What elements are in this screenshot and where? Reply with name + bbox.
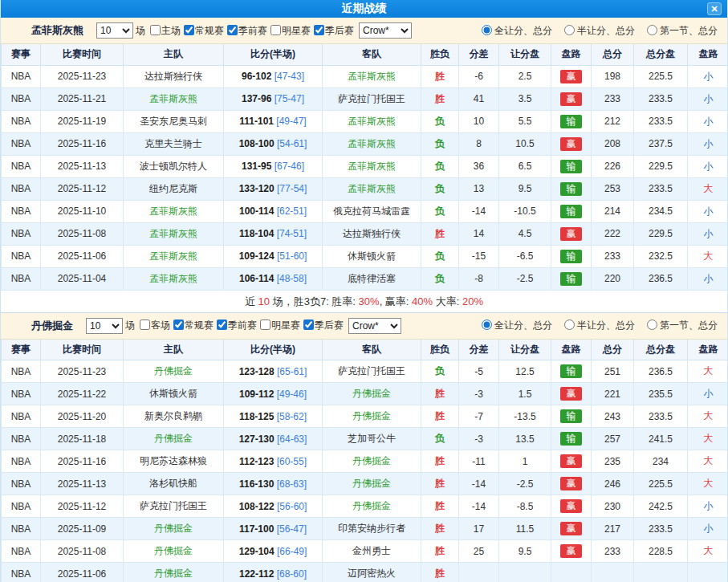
cell-home-team: 洛杉矶快船 bbox=[124, 473, 224, 495]
cell-handicap-result: 输 bbox=[551, 245, 592, 267]
view-radio-全让分、总分[interactable]: 全让分、总分 bbox=[482, 25, 552, 36]
view-radio-全让分、总分[interactable]: 全让分、总分 bbox=[482, 319, 552, 331]
cell-result: 胜 bbox=[421, 473, 459, 495]
checkbox-input[interactable] bbox=[217, 319, 227, 330]
view-radio-半让分、总分[interactable]: 半让分、总分 bbox=[564, 25, 635, 36]
odds-view-radio-group: 全让分、总分半让分、总分第一节、总分 bbox=[470, 319, 718, 332]
games-count-select[interactable]: 10 bbox=[96, 22, 133, 39]
filter-checkbox-季前赛[interactable]: 季前赛 bbox=[225, 25, 267, 36]
cell-point-diff: -14 bbox=[459, 495, 499, 518]
cell-total-line: 236.5 bbox=[634, 360, 688, 383]
checkbox-input[interactable] bbox=[314, 25, 324, 35]
filter-checkbox-季后赛[interactable]: 季后赛 bbox=[301, 319, 344, 331]
view-radio-第一节、总分[interactable]: 第一节、总分 bbox=[647, 319, 718, 331]
home-team-name: 孟菲斯灰熊 bbox=[149, 206, 197, 217]
checkbox-input[interactable] bbox=[173, 319, 184, 330]
total-result-text: 小 bbox=[704, 138, 714, 149]
cell-league: NBA bbox=[2, 222, 41, 245]
summary-segment: 场，胜3负7: 胜率: bbox=[270, 295, 359, 307]
section-grizzlies: 孟菲斯灰熊 10 场 主场常规赛季前赛明星赛季后赛 Crow* 全让分、总分半让… bbox=[1, 18, 727, 313]
cell-total-line: 225.5 bbox=[634, 473, 688, 495]
panel-title: 近期战绩 bbox=[342, 2, 387, 16]
cell-score: 109-112 [49-46] bbox=[224, 383, 323, 405]
cell-result: 胜 bbox=[421, 495, 459, 518]
cell-away-team: 丹佛掘金 bbox=[323, 473, 421, 495]
checkbox-input[interactable] bbox=[227, 25, 238, 35]
column-header: 比赛时间 bbox=[41, 44, 124, 65]
radio-input[interactable] bbox=[647, 319, 657, 330]
checkbox-input[interactable] bbox=[270, 25, 281, 35]
cell-total-points: 217 bbox=[592, 518, 634, 540]
cell-handicap-result: 输 bbox=[551, 200, 592, 222]
column-header: 胜负 bbox=[421, 340, 459, 360]
away-team-name: 达拉斯独行侠 bbox=[343, 228, 401, 239]
source-select[interactable]: Crow* bbox=[348, 318, 401, 334]
radio-input[interactable] bbox=[564, 25, 575, 35]
column-header: 比分(半场) bbox=[224, 44, 323, 65]
cell-away-team: 孟菲斯灰熊 bbox=[323, 155, 421, 177]
cell-league: NBA bbox=[2, 360, 41, 383]
radio-input[interactable] bbox=[647, 25, 657, 35]
source-select[interactable]: Crow* bbox=[359, 22, 412, 39]
cell-league: NBA bbox=[2, 177, 41, 200]
filter-checkbox-客场[interactable]: 客场 bbox=[137, 319, 170, 331]
cell-total-line: 232.5 bbox=[634, 245, 688, 267]
filter-checkbox-明星赛[interactable]: 明星赛 bbox=[258, 319, 300, 331]
half-score: [68-63] bbox=[277, 478, 307, 490]
cell-result: 胜 bbox=[421, 450, 459, 473]
filter-checkbox-常规赛[interactable]: 常规赛 bbox=[171, 319, 214, 331]
recent-results-panel: 近期战绩 ✕ 孟菲斯灰熊 10 场 主场常规赛季前赛明星赛季后赛 Crow* 全… bbox=[0, 0, 728, 582]
filter-checkbox-常规赛[interactable]: 常规赛 bbox=[181, 25, 224, 36]
cell-home-team: 波士顿凯尔特人 bbox=[124, 155, 224, 177]
half-score: [62-51] bbox=[277, 206, 307, 217]
cell-point-diff: 14 bbox=[459, 222, 499, 245]
cell-handicap-line: 5.5 bbox=[499, 110, 551, 132]
cell-point-diff: 13 bbox=[459, 177, 499, 200]
cell-score: 118-125 [58-62] bbox=[224, 405, 323, 428]
checkbox-input[interactable] bbox=[140, 319, 150, 330]
cell-point-diff bbox=[459, 563, 499, 582]
cell-home-team: 孟菲斯灰熊 bbox=[124, 245, 224, 267]
half-score: [60-55] bbox=[277, 456, 307, 467]
column-header: 让分盘 bbox=[499, 340, 551, 360]
filter-checkbox-主场[interactable]: 主场 bbox=[148, 25, 181, 36]
cell-away-team: 丹佛掘金 bbox=[323, 405, 421, 428]
checkbox-input[interactable] bbox=[184, 25, 194, 35]
radio-input[interactable] bbox=[564, 319, 575, 330]
cell-score: 108-100 [54-61] bbox=[224, 132, 323, 155]
cell-total-points: 233 bbox=[592, 245, 634, 267]
full-score: 111-101 bbox=[239, 116, 274, 127]
checkbox-input[interactable] bbox=[303, 319, 314, 330]
game-row: NBA2025-11-04孟菲斯灰熊106-114 [48-58]底特律活塞负-… bbox=[2, 267, 728, 290]
cell-result: 负 bbox=[421, 200, 459, 222]
full-score: 127-130 bbox=[239, 433, 275, 445]
away-team-name: 丹佛掘金 bbox=[352, 388, 391, 399]
close-icon: ✕ bbox=[710, 4, 718, 14]
filter-checkbox-季后赛[interactable]: 季后赛 bbox=[311, 25, 354, 36]
game-type-checkbox-group: 主场常规赛季前赛明星赛季后赛 bbox=[148, 24, 355, 38]
summary-segment: 30% bbox=[359, 295, 380, 307]
close-button[interactable]: ✕ bbox=[707, 2, 722, 15]
away-team-name: 芝加哥公牛 bbox=[348, 433, 396, 444]
cell-handicap-result: 输 bbox=[551, 360, 592, 383]
cell-handicap-line: 9.5 bbox=[499, 177, 551, 200]
cell-total-line: 234.5 bbox=[634, 200, 688, 222]
view-radio-第一节、总分[interactable]: 第一节、总分 bbox=[647, 25, 718, 36]
cell-total-points: 198 bbox=[592, 65, 634, 88]
home-team-name: 萨克拉门托国王 bbox=[140, 500, 207, 511]
cell-total-line: 233.5 bbox=[634, 88, 688, 110]
win-lose-text: 胜 bbox=[435, 478, 445, 489]
cell-handicap-result: 输 bbox=[551, 405, 592, 428]
checkbox-input[interactable] bbox=[150, 25, 161, 35]
filter-checkbox-季前赛[interactable]: 季前赛 bbox=[214, 319, 257, 331]
cell-handicap-line: -2.5 bbox=[499, 473, 551, 495]
cell-handicap-line: 3.5 bbox=[499, 88, 551, 110]
cell-away-team: 孟菲斯灰熊 bbox=[323, 177, 421, 200]
view-radio-半让分、总分[interactable]: 半让分、总分 bbox=[564, 319, 635, 331]
checkbox-input[interactable] bbox=[260, 319, 270, 330]
games-count-select[interactable]: 10 bbox=[86, 318, 123, 334]
radio-input[interactable] bbox=[482, 25, 492, 35]
full-score: 116-130 bbox=[239, 478, 274, 490]
filter-checkbox-明星赛[interactable]: 明星赛 bbox=[268, 25, 311, 36]
radio-input[interactable] bbox=[482, 319, 492, 330]
